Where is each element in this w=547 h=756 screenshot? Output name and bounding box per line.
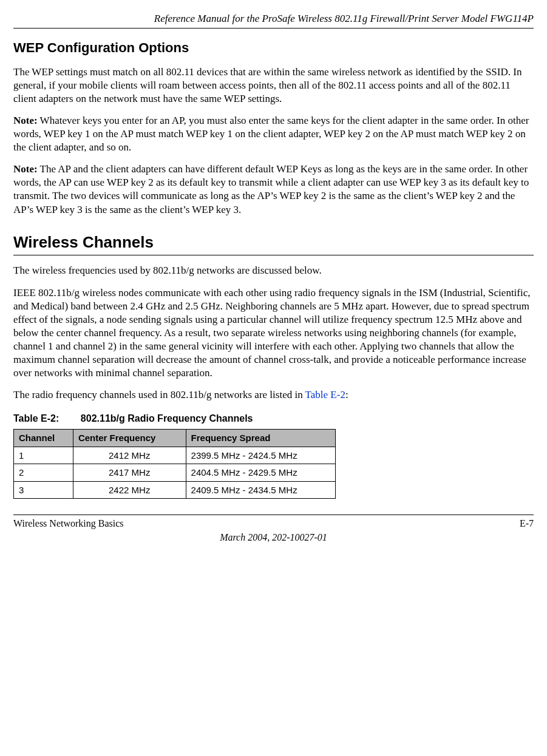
footer-right-page-number: E-7 bbox=[520, 518, 534, 530]
table-caption: Table E-2: 802.11b/g Radio Frequency Cha… bbox=[13, 413, 534, 425]
table-header-cell: Channel bbox=[14, 430, 73, 447]
body-paragraph: The radio frequency channels used in 802… bbox=[13, 388, 534, 402]
table-cell: 2417 MHz bbox=[73, 464, 186, 482]
note-text: Whatever keys you enter for an AP, you m… bbox=[13, 115, 529, 153]
table-cell: 2399.5 MHz - 2424.5 MHz bbox=[186, 447, 336, 464]
table-cell: 1 bbox=[14, 447, 73, 464]
table-row: 3 2422 MHz 2409.5 MHz - 2434.5 MHz bbox=[14, 481, 336, 499]
body-paragraph: The wireless frequencies used by 802.11b… bbox=[13, 264, 534, 277]
section-heading-wep: WEP Configuration Options bbox=[13, 39, 534, 57]
table-cell: 3 bbox=[14, 481, 73, 499]
section-heading-channels: Wireless Channels bbox=[13, 232, 534, 256]
table-caption-prefix: Table E-2: bbox=[13, 413, 59, 424]
table-header-cell: Frequency Spread bbox=[186, 430, 336, 447]
table-row: 1 2412 MHz 2399.5 MHz - 2424.5 MHz bbox=[14, 447, 336, 464]
footer-left: Wireless Networking Basics bbox=[13, 518, 124, 530]
table-cell: 2412 MHz bbox=[73, 447, 186, 464]
note-paragraph-2: Note: The AP and the client adapters can… bbox=[13, 163, 534, 216]
cross-reference-link[interactable]: Table E-2 bbox=[305, 389, 345, 400]
note-label: Note: bbox=[13, 163, 38, 175]
footer-date: March 2004, 202-10027-01 bbox=[13, 532, 534, 544]
note-paragraph-1: Note: Whatever keys you enter for an AP,… bbox=[13, 114, 534, 154]
frequency-table: Channel Center Frequency Frequency Sprea… bbox=[13, 429, 336, 499]
table-header-cell: Center Frequency bbox=[73, 430, 186, 447]
table-row: 2 2417 MHz 2404.5 MHz - 2429.5 MHz bbox=[14, 464, 336, 482]
table-caption-text: 802.11b/g Radio Frequency Channels bbox=[81, 413, 253, 424]
body-paragraph: The WEP settings must match on all 802.1… bbox=[13, 66, 534, 106]
table-cell: 2422 MHz bbox=[73, 481, 186, 499]
page-footer: Wireless Networking Basics E-7 March 200… bbox=[13, 515, 534, 544]
running-header: Reference Manual for the ProSafe Wireles… bbox=[13, 12, 534, 29]
table-cell: 2 bbox=[14, 464, 73, 482]
table-cell: 2409.5 MHz - 2434.5 MHz bbox=[186, 481, 336, 499]
table-header-row: Channel Center Frequency Frequency Sprea… bbox=[14, 430, 336, 447]
body-paragraph: IEEE 802.11b/g wireless nodes communicat… bbox=[13, 286, 534, 380]
text-run: : bbox=[345, 389, 348, 400]
table-cell: 2404.5 MHz - 2429.5 MHz bbox=[186, 464, 336, 482]
note-label: Note: bbox=[13, 115, 38, 126]
text-run: The radio frequency channels used in 802… bbox=[13, 389, 305, 400]
note-text: The AP and the client adapters can have … bbox=[13, 163, 529, 215]
